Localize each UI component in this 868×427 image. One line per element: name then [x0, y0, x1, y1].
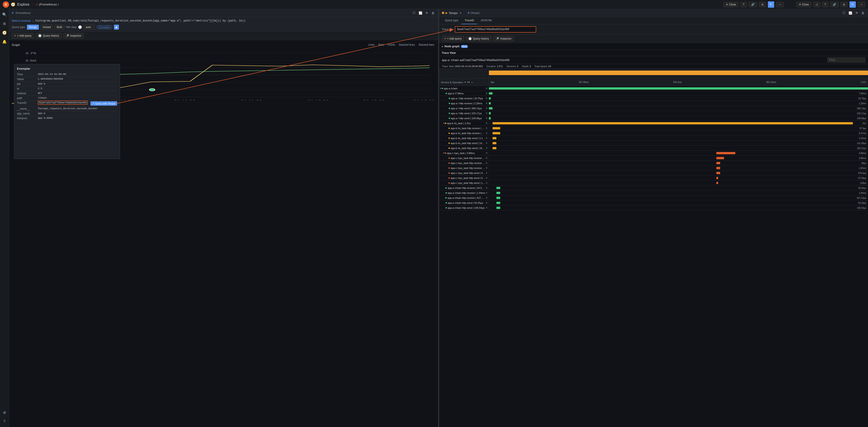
exemplars-btn[interactable]: Exemplars [97, 25, 112, 29]
span-row[interactable]: app-b /io_task http receive | 97...⎘97.5… [439, 126, 868, 131]
tempo-eye-btn[interactable]: 👁 [855, 10, 859, 16]
service-more-btn[interactable]: » [471, 81, 473, 84]
span-copy-btn[interactable]: ⎘ [486, 112, 488, 115]
span-copy-btn[interactable]: ⎘ [486, 107, 488, 110]
refresh-btn[interactable]: ↻ [768, 1, 774, 8]
span-copy-btn[interactable]: ⎘ [486, 182, 488, 184]
span-copy-btn[interactable]: ⎘ [486, 117, 488, 119]
span-toggle[interactable]: ▾ [443, 122, 444, 124]
query-history-btn[interactable]: 🕐 Query history [36, 33, 61, 38]
span-row[interactable]: app-a / http send | 109.08μs⎘109.08μs [439, 116, 868, 121]
tempo-trash-btn[interactable]: 🗑 [861, 10, 865, 16]
query-text[interactable]: histogram_quantile(.99,sum(rate(fastapi_… [35, 19, 246, 23]
span-row[interactable]: app-c /cpu_task http send | 976...⎘976.5… [439, 171, 868, 176]
span-copy-btn[interactable]: ⎘ [486, 137, 488, 139]
node-graph-toggle[interactable]: ▸ [442, 45, 443, 48]
sidebar-search[interactable]: 🔍 [1, 11, 8, 18]
span-copy-btn[interactable]: ⎘ [486, 207, 488, 209]
sidebar-explore[interactable]: 🧭 [1, 29, 8, 36]
metrics-browser-label[interactable]: Metrics browser [12, 19, 31, 22]
panel-trash-btn[interactable]: 🗑 [431, 10, 435, 16]
span-row[interactable]: app-c /cpu_task http receive | 1...⎘1.82… [439, 165, 868, 171]
help-btn-right[interactable]: ◁ [813, 2, 820, 7]
zoom-btn-right[interactable]: ⊖ [840, 2, 848, 7]
more-btn-right[interactable]: ⋯ [858, 2, 865, 7]
span-copy-btn[interactable]: ⎘ [486, 152, 488, 154]
span-copy-btn[interactable]: ⎘ [486, 147, 488, 149]
span-row[interactable]: app-a /chain http send | 100.54μs⎘100.54… [439, 205, 868, 210]
tab-json-file[interactable]: JSON file [477, 17, 495, 24]
tempo-add-query-btn[interactable]: + + Add query [442, 36, 464, 41]
span-row[interactable]: ▾app-a /chain⎘1.07s [439, 86, 868, 91]
span-copy-btn[interactable]: ⎘ [486, 187, 488, 189]
span-row[interactable]: app-c /cpu_task http send | 139μs⎘139μs [439, 181, 868, 185]
span-row[interactable]: ▾app-b /io_task | 1.01s⎘.01s [439, 121, 868, 126]
span-row[interactable]: app-b /io_task http receive | 5.4...⎘5.4… [439, 131, 868, 136]
share-btn[interactable]: 🔗 [749, 2, 757, 7]
tempo-query-history-btn[interactable]: 🕐 Query history [466, 36, 491, 41]
stacked-lines-btn[interactable]: Stacked lines [398, 43, 416, 47]
span-row[interactable]: app-c /cpu_task http send | 87.5...⎘87.5… [439, 176, 868, 181]
span-row[interactable]: app-a /7.99ms⎘7.99ms [439, 91, 868, 96]
tempo-inspector-btn[interactable]: 🔎 Inspector [493, 36, 514, 41]
span-copy-btn[interactable]: ⎘ [486, 142, 488, 144]
span-row[interactable]: app-a / http receive | 2.28ms⎘1.28ms [439, 101, 868, 106]
bars-btn[interactable]: Bars [377, 43, 385, 47]
span-copy-btn[interactable]: ⎘ [486, 172, 488, 174]
span-copy-btn[interactable]: ⎘ [486, 191, 488, 194]
span-copy-btn[interactable]: ⎘ [486, 87, 488, 90]
span-row[interactable]: app-a / http receive | 19.75μs⎘19.75μs [439, 96, 868, 101]
range-btn[interactable]: Range [27, 25, 39, 30]
zoom-btn[interactable]: ⊖ [759, 2, 766, 7]
min-step-info[interactable]: i [78, 25, 82, 29]
span-copy-btn[interactable]: ⎘ [486, 97, 488, 99]
span-copy-btn[interactable]: ⎘ [486, 127, 488, 129]
trace-id-input[interactable] [455, 26, 536, 33]
span-copy-btn[interactable]: ⎘ [486, 167, 488, 169]
span-copy-btn[interactable]: ⎘ [486, 92, 488, 95]
trace-find-input[interactable] [827, 57, 865, 62]
span-copy-btn[interactable]: ⎘ [486, 162, 488, 164]
span-row[interactable]: app-b /io_task http send | 141.3...⎘141.… [439, 141, 868, 146]
sidebar-help[interactable]: ? [1, 418, 8, 425]
panel-info-btn[interactable]: ⓘ [412, 10, 416, 16]
panel-graph-btn[interactable]: 📈 [418, 10, 423, 16]
span-row[interactable]: ▾app-c /cpu_task | 3.88ms⎘3.88ms [439, 151, 868, 156]
query-with-tempo-btn[interactable]: ↗ Query with Tempo [90, 101, 117, 105]
span-row[interactable]: app-a /chain http receive | 1.94ms⎘1.94m… [439, 190, 868, 195]
close-btn-left[interactable]: ✕ Close [723, 2, 739, 7]
tab-query-type[interactable]: Query type [442, 17, 462, 24]
span-row[interactable]: app-a / http send | 368.13μs⎘368.13μs [439, 106, 868, 111]
span-copy-btn[interactable]: ⎘ [486, 177, 488, 179]
panel-eye-btn[interactable]: 👁 [425, 10, 429, 16]
span-row[interactable]: app-c /cpu_task http receive | 3...⎘3.88… [439, 156, 868, 160]
auto-input[interactable] [84, 25, 95, 30]
datasource-chevron[interactable]: ▾ [58, 3, 59, 6]
exemplars-toggle[interactable]: ◉ [114, 25, 119, 30]
span-row[interactable]: app-c /cpu_task http receive | 1...⎘36μs [439, 160, 868, 165]
help-btn[interactable]: ? [740, 2, 747, 7]
sidebar-alerts[interactable]: 🔔 [1, 38, 8, 45]
span-row[interactable]: app-a /chain http receive | 627.42μs⎘627… [439, 195, 868, 201]
refresh-btn-right[interactable]: ↻ [849, 1, 856, 8]
sidebar-dashboards[interactable]: ⊞ [1, 20, 8, 27]
service-expand-btn[interactable]: ▾▾ [467, 81, 470, 84]
span-copy-btn[interactable]: ⎘ [486, 122, 488, 124]
span-copy-btn[interactable]: ⎘ [486, 132, 488, 134]
span-row[interactable]: app-a / http send | 103.17μs⎘103.17μs [439, 111, 868, 116]
tempo-graph-btn[interactable]: 📈 [848, 10, 853, 16]
datasource-label[interactable]: (Prometheus) [39, 3, 57, 6]
inspector-btn[interactable]: 🔎 Inspector [63, 33, 84, 38]
share-btn-right[interactable]: 🔗 [830, 2, 839, 7]
span-row[interactable]: app-a /chain http send | 93.25μs⎘93.25μs [439, 201, 868, 205]
span-row[interactable]: app-b /io_task http send | 184.2...⎘184.… [439, 146, 868, 151]
span-toggle[interactable]: ▾ [443, 152, 444, 154]
sidebar-settings[interactable]: ⚙ [1, 409, 8, 416]
add-query-btn[interactable]: + + Add query [12, 33, 34, 38]
tempo-info-btn[interactable]: ⓘ [842, 10, 846, 16]
close-btn-right[interactable]: ✕ Close [796, 2, 811, 7]
span-toggle[interactable]: ▾ [440, 87, 441, 90]
span-row[interactable]: app-a /chain http receive | 34.54μs⎘34.5… [439, 185, 868, 190]
span-copy-btn[interactable]: ⎘ [486, 196, 488, 199]
service-sort-btn[interactable]: ▾ [465, 81, 466, 84]
